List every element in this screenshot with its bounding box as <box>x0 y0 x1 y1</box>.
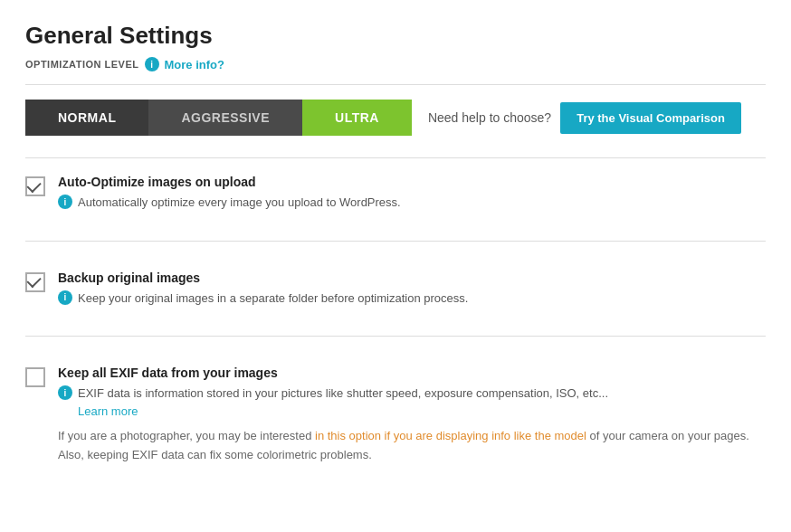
keep-exif-section: Keep all EXIF data from your images i EX… <box>25 349 766 476</box>
section-divider-1 <box>25 241 766 242</box>
backup-originals-row: Backup original images i Keep your origi… <box>25 271 766 318</box>
optimization-level-row: OPTIMIZATION LEVEL i More info? <box>25 57 766 71</box>
visual-comparison-hint: Need help to choose? Try the Visual Comp… <box>428 102 741 134</box>
auto-optimize-title: Auto-Optimize images on upload <box>58 175 766 189</box>
section-divider-2 <box>25 336 766 337</box>
more-info-link[interactable]: More info? <box>165 58 224 71</box>
title-divider <box>25 84 766 85</box>
keep-exif-row: Keep all EXIF data from your images i EX… <box>25 366 766 470</box>
keep-exif-checkbox[interactable] <box>25 367 45 387</box>
auto-optimize-info-icon[interactable]: i <box>58 195 72 209</box>
backup-originals-description: Keep your original images in a separate … <box>78 290 468 308</box>
backup-originals-checkbox[interactable] <box>25 272 45 292</box>
backup-originals-section: Backup original images i Keep your origi… <box>25 254 766 324</box>
keep-exif-note-highlight: in this option if you are displaying inf… <box>315 429 586 442</box>
tab-normal[interactable]: NORMAL <box>25 100 148 136</box>
auto-optimize-desc-row: i Automatically optimize every image you… <box>58 194 766 212</box>
keep-exif-content: Keep all EXIF data from your images i EX… <box>58 366 766 465</box>
keep-exif-desc-row: i EXIF data is information stored in you… <box>58 385 766 420</box>
backup-originals-checkbox-wrap[interactable] <box>25 272 45 292</box>
info-icon[interactable]: i <box>145 57 159 71</box>
learn-more-link[interactable]: Learn more <box>78 404 138 418</box>
backup-originals-desc-row: i Keep your original images in a separat… <box>58 290 766 308</box>
optimization-tabs: NORMAL AGGRESSIVE ULTRA Need help to cho… <box>25 100 766 136</box>
auto-optimize-section: Auto-Optimize images on upload i Automat… <box>25 157 766 228</box>
keep-exif-description: EXIF data is information stored in your … <box>78 385 608 420</box>
keep-exif-info-icon[interactable]: i <box>58 385 72 400</box>
auto-optimize-checkbox-wrap[interactable] <box>25 176 45 196</box>
tab-ultra[interactable]: ULTRA <box>302 100 412 136</box>
optimization-level-label: OPTIMIZATION LEVEL <box>25 59 139 70</box>
backup-originals-content: Backup original images i Keep your origi… <box>58 271 766 313</box>
tab-aggressive[interactable]: AGGRESSIVE <box>148 100 302 136</box>
auto-optimize-checkbox[interactable] <box>25 176 45 196</box>
auto-optimize-row: Auto-Optimize images on upload i Automat… <box>25 175 766 223</box>
keep-exif-checkbox-wrap[interactable] <box>25 367 45 387</box>
backup-originals-title: Backup original images <box>58 271 766 285</box>
keep-exif-title: Keep all EXIF data from your images <box>58 366 766 380</box>
backup-originals-info-icon[interactable]: i <box>58 290 72 305</box>
auto-optimize-content: Auto-Optimize images on upload i Automat… <box>58 175 766 217</box>
page-title: General Settings <box>25 22 766 50</box>
auto-optimize-description: Automatically optimize every image you u… <box>78 194 401 212</box>
visual-comparison-button[interactable]: Try the Visual Comparison <box>560 102 741 134</box>
visual-comparison-text: Need help to choose? <box>428 110 551 125</box>
keep-exif-note: If you are a photographer, you may be in… <box>58 427 766 465</box>
